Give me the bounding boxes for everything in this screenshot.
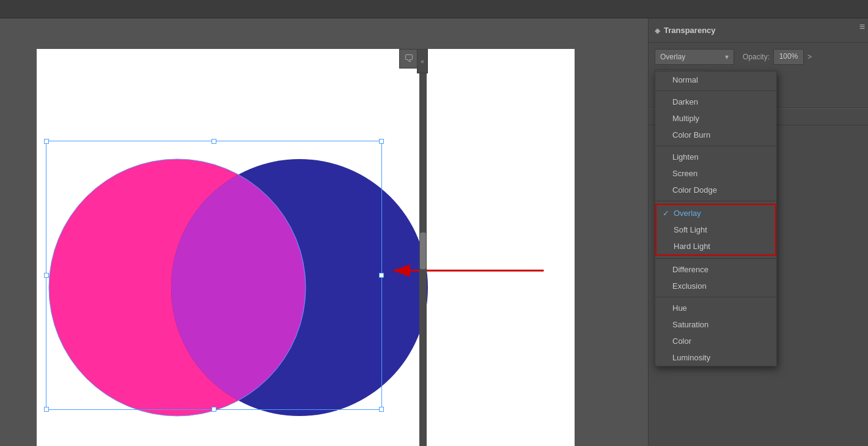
- opacity-value[interactable]: 100%: [773, 49, 804, 65]
- blend-item-overlay[interactable]: Overlay: [657, 205, 775, 221]
- separator-3: [655, 201, 776, 201]
- opacity-label: Opacity:: [743, 53, 770, 61]
- panel-collapse-button[interactable]: «: [417, 49, 428, 73]
- canvas-svg: [37, 49, 575, 446]
- separator-2: [655, 146, 776, 146]
- blend-item-exclusion[interactable]: Exclusion: [655, 278, 776, 294]
- opacity-expand-icon[interactable]: >: [807, 53, 812, 61]
- right-panel: ◆ Transparency ≡ Overlay ▾ Normal: [648, 18, 868, 446]
- blend-item-color-dodge[interactable]: Color Dodge: [655, 182, 776, 198]
- canvas-area: 🗨 «: [0, 18, 648, 446]
- top-bar: [0, 0, 868, 18]
- blend-item-normal[interactable]: Normal: [655, 72, 776, 88]
- blend-dropdown-container: Overlay ▾ Normal Darken Multiply Color B…: [655, 49, 734, 65]
- chevron-down-icon: ▾: [725, 53, 729, 61]
- blend-mode-value: Overlay: [660, 53, 685, 61]
- panel-header: ◆ Transparency ≡: [649, 18, 868, 43]
- blend-highlight-group: Overlay Soft Light Hard Light: [655, 204, 776, 256]
- separator-5: [655, 297, 776, 297]
- blend-item-hard-light[interactable]: Hard Light: [657, 238, 775, 255]
- scrollbar-thumb[interactable]: [420, 232, 426, 269]
- transparency-content: Overlay ▾ Normal Darken Multiply Color B…: [649, 43, 868, 108]
- blend-item-color-burn[interactable]: Color Burn: [655, 127, 776, 143]
- blend-item-saturation[interactable]: Saturation: [655, 316, 776, 333]
- canvas-scrollbar[interactable]: [419, 49, 427, 446]
- main-layout: 🗨 « ◆ Transparency ≡ Overlay ▾: [0, 18, 868, 446]
- blend-item-hue[interactable]: Hue: [655, 300, 776, 316]
- separator-4: [655, 258, 776, 259]
- panel-options-icon[interactable]: ≡: [859, 21, 865, 32]
- blend-item-screen[interactable]: Screen: [655, 165, 776, 182]
- blend-item-darken[interactable]: Darken: [655, 94, 776, 110]
- panel-title-bar: ◆ Transparency: [649, 26, 868, 35]
- blend-item-color[interactable]: Color: [655, 333, 776, 349]
- blend-item-lighten[interactable]: Lighten: [655, 149, 776, 165]
- transparency-icon: ◆: [655, 26, 660, 35]
- blend-item-difference[interactable]: Difference: [655, 261, 776, 278]
- blend-mode-menu: Normal Darken Multiply Color Burn Lighte…: [655, 71, 777, 366]
- separator-1: [655, 91, 776, 91]
- blend-mode-dropdown[interactable]: Overlay ▾: [655, 49, 734, 65]
- blend-item-luminosity[interactable]: Luminosity: [655, 349, 776, 366]
- collapse-icon: «: [421, 58, 424, 65]
- blend-item-multiply[interactable]: Multiply: [655, 110, 776, 127]
- blend-opacity-row: Overlay ▾ Normal Darken Multiply Color B…: [655, 49, 862, 65]
- blend-item-soft-light[interactable]: Soft Light: [657, 221, 775, 238]
- panel-title: Transparency: [664, 26, 716, 35]
- comment-icon[interactable]: 🗨: [399, 49, 419, 69]
